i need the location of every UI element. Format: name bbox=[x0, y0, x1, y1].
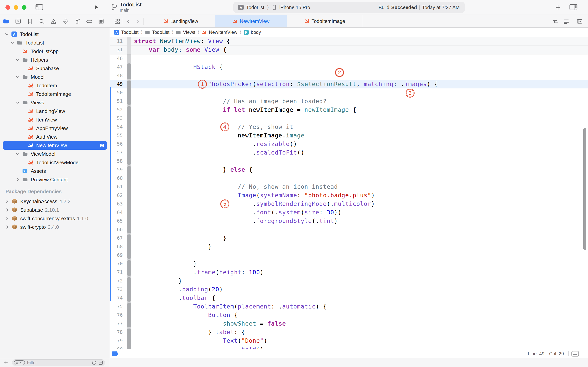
breadcrumb-item-NewItemView[interactable]: NewItemView bbox=[202, 30, 237, 35]
package-row-KeychainAccess[interactable]: KeychainAccess4.2.2 bbox=[0, 197, 110, 206]
sticky-declaration-header[interactable]: 11struct NewItemView: View {31 var body:… bbox=[110, 37, 588, 54]
code-line-47[interactable]: 47 HStack { bbox=[110, 63, 588, 71]
filter-options-icon[interactable] bbox=[14, 360, 25, 365]
add-editor-icon[interactable] bbox=[576, 18, 583, 25]
test-navigator-icon[interactable] bbox=[62, 18, 69, 25]
source-control-navigator-icon[interactable] bbox=[15, 18, 21, 25]
search-navigator-icon[interactable] bbox=[39, 18, 45, 25]
sidebar-item-AppEntryView[interactable]: AppEntryView bbox=[0, 124, 110, 133]
sidebar-item-AuthView[interactable]: AuthView bbox=[0, 133, 110, 141]
code-line-78[interactable]: 78 } label: { bbox=[110, 328, 588, 336]
breadcrumb-item-TodoList[interactable]: TodoList bbox=[145, 30, 169, 35]
toggle-right-sidebar-icon[interactable] bbox=[569, 4, 578, 10]
code-line-73[interactable]: 73 .padding(20) bbox=[110, 285, 588, 294]
disclosure-down-icon[interactable] bbox=[5, 32, 9, 36]
sidebar-item-NewItemView[interactable]: NewItemViewM bbox=[0, 141, 110, 150]
breakpoint-navigator-icon[interactable] bbox=[86, 18, 92, 25]
disclosure-right-icon[interactable] bbox=[5, 225, 9, 229]
code-line-63[interactable]: 63 .symbolRenderingMode(.multicolor) bbox=[110, 200, 588, 208]
tab-TodoItemImage[interactable]: TodoItemImage bbox=[287, 15, 363, 27]
disclosure-down-icon[interactable] bbox=[16, 100, 20, 105]
minimize-window-button[interactable] bbox=[14, 5, 18, 10]
disclosure-down-icon[interactable] bbox=[16, 152, 20, 156]
code-review-icon[interactable] bbox=[552, 18, 559, 25]
code-line-68[interactable]: 68 } bbox=[110, 242, 588, 251]
code-line-77[interactable]: 77 showSheet = false bbox=[110, 319, 588, 328]
scheme-selector-pill[interactable]: TodoList ⟩ iPhone 15 Pro Build Succeeded… bbox=[233, 2, 465, 13]
bookmark-navigator-icon[interactable] bbox=[27, 18, 33, 25]
sidebar-item-LandingView[interactable]: LandingView bbox=[0, 107, 110, 116]
code-line-74[interactable]: 74 .toolbar { bbox=[110, 294, 588, 302]
activity-status[interactable]: Build Succeeded | Today at 7:37 AM bbox=[378, 5, 465, 10]
report-navigator-icon[interactable] bbox=[98, 18, 104, 25]
disclosure-right-icon[interactable] bbox=[16, 177, 20, 182]
adjust-editor-options-icon[interactable] bbox=[563, 18, 570, 25]
code-line-76[interactable]: 76 Button { bbox=[110, 311, 588, 319]
project-navigator-icon[interactable] bbox=[3, 18, 9, 25]
go-back-button[interactable] bbox=[126, 18, 131, 24]
package-row-swift-crypto[interactable]: swift-crypto3.4.0 bbox=[0, 223, 110, 231]
close-window-button[interactable] bbox=[5, 5, 10, 10]
minimap-toggle-icon[interactable] bbox=[571, 351, 579, 357]
code-line-60[interactable]: 60 bbox=[110, 174, 588, 183]
run-button[interactable] bbox=[93, 3, 100, 11]
sidebar-item-Preview-Content[interactable]: Preview Content bbox=[0, 175, 110, 184]
sidebar-item-ItemView[interactable]: ItemView bbox=[0, 116, 110, 124]
code-line-64[interactable]: 64 .font(.system(size: 30)) bbox=[110, 208, 588, 217]
sidebar-item-TodoItem[interactable]: TodoItem bbox=[0, 81, 110, 90]
tab-NewItemView[interactable]: NewItemView bbox=[215, 15, 287, 27]
go-forward-button[interactable] bbox=[135, 18, 141, 24]
source-control-filter-icon[interactable] bbox=[98, 360, 103, 365]
breadcrumb-item-TodoList[interactable]: TodoList bbox=[114, 30, 138, 35]
disclosure-right-icon[interactable] bbox=[5, 216, 9, 221]
code-line-57[interactable]: 57 .scaledToFit() bbox=[110, 148, 588, 157]
code-line-46[interactable]: 46 bbox=[110, 54, 588, 63]
package-row-swift-concurrency-extras[interactable]: swift-concurrency-extras1.1.0 bbox=[0, 214, 110, 223]
disclosure-right-icon[interactable] bbox=[5, 208, 9, 212]
code-line-52[interactable]: 52 if let newItemImage = newItemImage { bbox=[110, 106, 588, 114]
code-line-54[interactable]: 54 // Yes, show it bbox=[110, 123, 588, 131]
filter-input[interactable]: Filter bbox=[12, 359, 105, 366]
code-line-58[interactable]: 58 bbox=[110, 157, 588, 166]
disclosure-right-icon[interactable] bbox=[5, 199, 9, 203]
code-scroll-area[interactable]: 4647 HStack {4849 PhotosPicker(selection… bbox=[110, 54, 588, 349]
code-line-72[interactable]: 72 } bbox=[110, 277, 588, 285]
add-file-button[interactable] bbox=[3, 360, 8, 366]
code-line-71[interactable]: 71 .frame(height: 100) bbox=[110, 268, 588, 277]
code-line-62[interactable]: 62 Image(systemName: "photo.badge.plus") bbox=[110, 191, 588, 200]
issue-navigator-icon[interactable] bbox=[50, 18, 57, 25]
disclosure-down-icon[interactable] bbox=[10, 41, 14, 45]
cursor-col-indicator[interactable]: Col: 29 bbox=[549, 351, 564, 357]
package-row-Supabase[interactable]: Supabase2.10.1 bbox=[0, 206, 110, 214]
sidebar-item-Views[interactable]: Views bbox=[0, 98, 110, 107]
sidebar-item-TodoList[interactable]: TodoList bbox=[0, 30, 110, 39]
code-line-75[interactable]: 75 ToolbarItem(placement: .automatic) { bbox=[110, 302, 588, 311]
new-tab-button[interactable] bbox=[555, 4, 561, 10]
code-line-69[interactable]: 69 bbox=[110, 251, 588, 259]
sidebar-item-Helpers[interactable]: Helpers bbox=[0, 56, 110, 64]
debug-navigator-icon[interactable] bbox=[74, 18, 81, 25]
code-line-55[interactable]: 55 newItemImage.image bbox=[110, 131, 588, 140]
code-line-49[interactable]: 49 PhotosPicker(selection: $selectionRes… bbox=[110, 80, 588, 88]
breadcrumb-item-Views[interactable]: Views bbox=[176, 30, 195, 35]
disclosure-down-icon[interactable] bbox=[16, 58, 20, 62]
code-line-80[interactable]: 80 .bold() bbox=[110, 345, 588, 349]
recent-files-filter-icon[interactable] bbox=[92, 360, 97, 365]
tab-LandingView[interactable]: LandingView bbox=[146, 15, 215, 27]
sidebar-item-ViewModel[interactable]: ViewModel bbox=[0, 150, 110, 158]
scheme-project-block[interactable]: TodoList main bbox=[111, 1, 142, 13]
code-line-51[interactable]: 51 // Has an image been loaded? bbox=[110, 97, 588, 106]
code-line-70[interactable]: 70 } bbox=[110, 259, 588, 268]
code-line-65[interactable]: 65 .foregroundStyle(.tint) bbox=[110, 217, 588, 225]
sidebar-item-TodoItemImage[interactable]: TodoItemImage bbox=[0, 90, 110, 98]
code-line-79[interactable]: 79 Text("Done") bbox=[110, 336, 588, 345]
sidebar-item-Supabase[interactable]: Supabase bbox=[0, 64, 110, 73]
sticky-line-31[interactable]: 31 var body: some View { bbox=[110, 45, 588, 54]
code-line-53[interactable]: 53 bbox=[110, 114, 588, 123]
sidebar-item-TodoList[interactable]: TodoList bbox=[0, 39, 110, 47]
sidebar-item-TodoListApp[interactable]: TodoListApp bbox=[0, 47, 110, 56]
code-line-61[interactable]: 61 // No, show an icon instead bbox=[110, 183, 588, 191]
sticky-line-11[interactable]: 11struct NewItemView: View { bbox=[110, 37, 588, 45]
code-line-67[interactable]: 67 } bbox=[110, 234, 588, 242]
breakpoints-toggle-icon[interactable] bbox=[112, 351, 120, 357]
